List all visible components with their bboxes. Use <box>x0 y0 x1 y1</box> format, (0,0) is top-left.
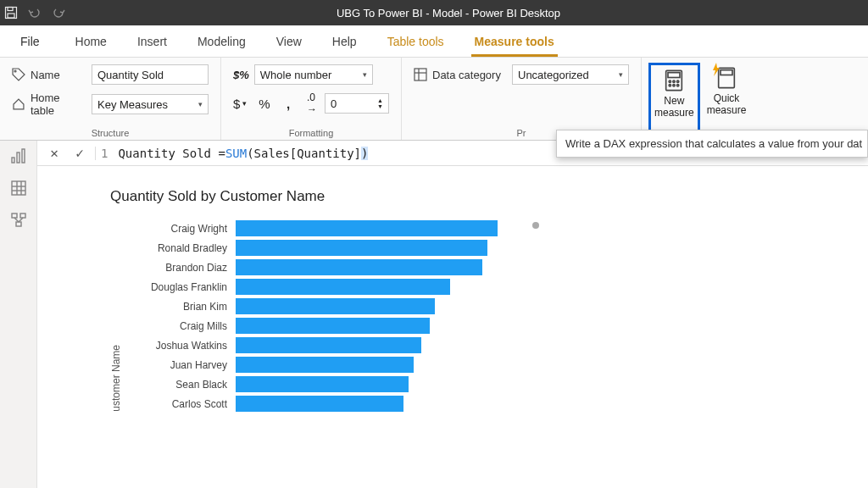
svg-rect-27 <box>16 222 21 226</box>
new-measure-button[interactable]: New measure <box>648 63 700 138</box>
percent-button[interactable]: % <box>257 97 272 111</box>
format-select[interactable]: Whole number ▾ <box>254 64 373 85</box>
svg-line-28 <box>14 218 19 222</box>
chart-y-axis-label: ustomer Name <box>110 341 122 412</box>
svg-rect-2 <box>8 14 14 18</box>
ribbon-tab-modeling[interactable]: Modeling <box>182 25 261 57</box>
bar-row: Brandon Diaz <box>125 259 524 275</box>
bar-fill[interactable] <box>236 240 487 256</box>
bar-fill[interactable] <box>236 279 450 295</box>
comma-button[interactable]: , <box>281 97 296 111</box>
svg-rect-26 <box>20 214 25 218</box>
decimal-icon: .0→ <box>304 92 320 115</box>
bar-row: Carlos Scott <box>125 396 524 412</box>
bar-fill[interactable] <box>236 357 414 373</box>
data-category-select[interactable]: Uncategorized ▾ <box>512 64 629 85</box>
bar-row: Craig Wright <box>125 220 524 236</box>
bar-fill[interactable] <box>236 298 435 314</box>
home-icon <box>12 97 25 111</box>
calculator-icon <box>660 67 687 94</box>
bar-row: Joshua Watkins <box>125 337 524 353</box>
bar-fill[interactable] <box>236 396 403 412</box>
line-number: 1 <box>95 147 113 160</box>
svg-point-14 <box>677 85 679 86</box>
home-table-select[interactable]: Key Measures ▾ <box>92 94 209 114</box>
redo-icon[interactable] <box>51 5 66 20</box>
save-icon[interactable] <box>3 5 19 20</box>
ribbon-tab-insert[interactable]: Insert <box>122 25 182 57</box>
scrollbar-thumb[interactable] <box>532 222 539 229</box>
ribbon-group-properties: Data category Uncategorized ▾ Pr <box>402 58 642 140</box>
report-canvas[interactable]: Quantity Sold by Customer Name ustomer N… <box>37 166 868 412</box>
home-table-label: Home table <box>12 92 86 117</box>
svg-point-10 <box>673 80 675 82</box>
bar-category-label: Juan Harvey <box>125 359 236 371</box>
ribbon-tab-file[interactable]: File <box>0 25 60 57</box>
svg-rect-1 <box>8 8 13 11</box>
ribbon-tab-home[interactable]: Home <box>60 25 122 57</box>
bar-category-label: Craig Mills <box>125 320 236 332</box>
chevron-down-icon: ▾ <box>619 70 623 79</box>
svg-rect-18 <box>17 152 19 163</box>
svg-rect-25 <box>12 214 17 218</box>
bar-category-label: Craig Wright <box>125 223 236 235</box>
bar-fill[interactable] <box>236 376 409 392</box>
svg-line-29 <box>19 218 23 222</box>
name-label: Name <box>12 68 86 81</box>
bar-row: Juan Harvey <box>125 357 524 373</box>
undo-icon[interactable] <box>27 5 42 20</box>
data-view-icon[interactable] <box>8 178 29 198</box>
svg-rect-8 <box>668 73 680 78</box>
chart-title: Quantity Sold by Customer Name <box>110 188 851 205</box>
view-switcher-rail <box>0 141 37 488</box>
bar-fill[interactable] <box>236 337 421 353</box>
bar-row: Craig Mills <box>125 318 524 334</box>
bar-category-label: Joshua Watkins <box>125 340 236 352</box>
svg-point-3 <box>14 70 16 72</box>
svg-rect-16 <box>721 70 732 75</box>
svg-rect-19 <box>22 149 25 163</box>
chart-bars: Craig WrightRonald BradleyBrandon DiazDo… <box>125 220 524 412</box>
svg-point-9 <box>670 80 671 82</box>
bar-category-label: Ronald Bradley <box>125 242 236 254</box>
chevron-down-icon: ▾ <box>198 100 203 108</box>
bar-category-label: Carlos Scott <box>125 398 236 410</box>
category-icon <box>414 68 427 81</box>
ribbon-tab-help[interactable]: Help <box>317 25 372 57</box>
svg-rect-20 <box>12 181 25 195</box>
report-view-icon[interactable] <box>8 146 29 166</box>
commit-formula-button[interactable]: ✓ <box>70 143 90 164</box>
quick-measure-icon <box>713 64 740 92</box>
ribbon-tab-measure-tools[interactable]: Measure tools <box>459 25 570 57</box>
titlebar: UBG To Power BI - Model - Power BI Deskt… <box>0 0 868 25</box>
ribbon-body: Name Quantity Sold Home table Key Measur… <box>0 58 868 141</box>
measure-name-input[interactable]: Quantity Sold <box>92 64 209 85</box>
decimals-input[interactable]: 0 ▲▼ <box>325 93 389 114</box>
svg-rect-17 <box>12 158 14 163</box>
currency-button[interactable]: $ ▾ <box>233 97 248 111</box>
ribbon-group-formatting: $% Whole number ▾ $ ▾ % , .0→ 0 ▲▼ F <box>221 58 402 140</box>
ribbon-group-calculations: New measure Quick measure <box>642 58 758 140</box>
ribbon-tab-view[interactable]: View <box>261 25 317 57</box>
quick-measure-label: Quick measure <box>707 93 747 117</box>
bar-row: Douglas Franklin <box>125 279 524 295</box>
new-measure-tooltip: Write a DAX expression that calculates a… <box>556 130 868 158</box>
tag-icon <box>12 68 25 81</box>
bar-category-label: Douglas Franklin <box>125 281 236 293</box>
ribbon-tab-table-tools[interactable]: Table tools <box>372 25 459 57</box>
formula-text[interactable]: Quantity Sold = SUM( Sales[Quantity] ) <box>118 147 368 160</box>
bar-fill[interactable] <box>236 220 498 236</box>
svg-point-12 <box>670 85 671 86</box>
group-label-formatting: Formatting <box>233 125 389 138</box>
bar-row: Brian Kim <box>125 298 524 314</box>
cancel-formula-button[interactable]: ✕ <box>44 143 64 164</box>
bar-row: Ronald Bradley <box>125 240 524 256</box>
stepper-icon[interactable]: ▲▼ <box>377 97 383 109</box>
quick-measure-button[interactable]: Quick measure <box>702 63 752 138</box>
model-view-icon[interactable] <box>8 210 29 230</box>
bar-fill[interactable] <box>236 318 430 334</box>
svg-point-13 <box>673 85 675 86</box>
ribbon-group-structure: Name Quantity Sold Home table Key Measur… <box>0 58 221 140</box>
bar-fill[interactable] <box>236 259 482 275</box>
ribbon-tabs: FileHomeInsertModelingViewHelpTable tool… <box>0 25 868 58</box>
